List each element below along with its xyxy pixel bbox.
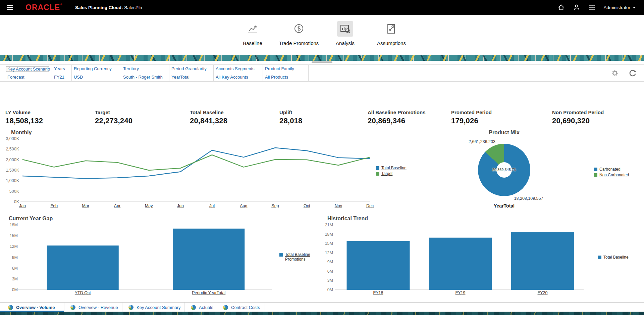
nav-item-baseline[interactable]: Baseline [230, 15, 275, 55]
pov-cell-scenario: Key Account Scenario Forecast [0, 65, 52, 81]
svg-text:Nov: Nov [335, 204, 342, 208]
pie-x-axis-label[interactable]: YearTotal [434, 203, 575, 209]
legend-item[interactable]: Total Baseline [376, 166, 407, 171]
svg-text:3M: 3M [12, 277, 18, 281]
user-icon[interactable] [571, 1, 583, 13]
nav-item-analysis[interactable]: Analysis [323, 15, 367, 55]
svg-text:15M: 15M [10, 233, 18, 238]
kpi-non-promoted-period: Non Promoted Period20,690,320 [552, 109, 604, 125]
kpi-value: 28,018 [279, 117, 303, 125]
nav-item-assumptions[interactable]: Assumptions [369, 15, 414, 55]
hamburger-menu-icon[interactable] [5, 2, 15, 12]
legend-item[interactable]: Carbonated [594, 167, 629, 172]
kpi-all-baseline-promotions: All Baseline Promotions20,869,346 [368, 109, 426, 125]
main-nav: Baseline Trade Promotions Analysis Assum… [0, 15, 644, 55]
slice-value-label: 18,208,109.557 [500, 196, 557, 201]
svg-text:6M: 6M [327, 269, 333, 274]
app-title-bold: Sales Planning Cloud: [75, 5, 123, 10]
pov-dimension-link[interactable]: Reporting Currency [74, 66, 118, 71]
tab-key-account-summary[interactable]: Key Account Summary [122, 303, 185, 312]
legend-item[interactable]: Total Baseline Promotions [279, 253, 315, 262]
kpi-value: 18,508,132 [5, 117, 43, 125]
chevron-down-icon [633, 7, 636, 8]
pov-cell-territory: Territory South - Roger Smith [121, 65, 169, 81]
product-mix-chart: Product Mix 2,661,236.203 20,869,345.76 … [434, 130, 575, 217]
svg-text:500K: 500K [9, 189, 19, 194]
nav-label: Assumptions [377, 40, 406, 46]
svg-text:12M: 12M [10, 244, 18, 249]
pov-dimension-link[interactable]: Key Account Scenario [6, 66, 49, 72]
monthly-legend: Total BaselineTarget [376, 166, 407, 176]
pov-dimension-link[interactable]: Period Granularity [171, 66, 211, 71]
pov-dimension-link[interactable]: Accounts Segments [216, 66, 260, 71]
pov-value-link[interactable]: YearTotal [171, 75, 211, 80]
kpi-label: Uplift [279, 109, 303, 115]
topbar-actions: Administrator [555, 1, 644, 13]
administrator-menu[interactable]: Administrator [601, 5, 638, 10]
legend-label: Total Baseline Promotions [285, 253, 315, 262]
pov-dimension-link[interactable]: Product Family [265, 66, 306, 71]
kpi-value: 20,869,346 [368, 117, 426, 125]
kpi-target: Target22,273,240 [95, 109, 132, 125]
chart-title: Current Year Gap [9, 216, 276, 222]
page: ORACLE® Sales Planning Cloud: SalesPln A… [0, 0, 644, 315]
svg-text:May: May [145, 204, 153, 208]
legend-item[interactable]: Total Baseline [598, 255, 629, 260]
tab-overview-volume[interactable]: Overview - Volume [0, 303, 64, 312]
svg-text:Dec: Dec [366, 204, 374, 208]
settings-gear-icon[interactable] [609, 69, 619, 78]
legend-item[interactable]: Target [376, 172, 407, 176]
tab-label: Overview - Volume [16, 305, 55, 310]
pov-cell-period: Period Granularity YearTotal [169, 65, 214, 81]
tab-contract-costs[interactable]: Contract Costs [217, 303, 265, 312]
svg-text:Periodic YearTotal: Periodic YearTotal [192, 290, 225, 295]
pov-cell-segments: Accounts Segments All Key Accounts [214, 65, 263, 81]
pov-cell-years: Years FY21 [52, 65, 72, 81]
pov-value-link[interactable]: Forecast [7, 75, 49, 80]
svg-text:Jan: Jan [19, 204, 26, 208]
chart-title: Historical Trend [327, 216, 592, 222]
slice-value-label: 2,661,236.203 [453, 139, 511, 144]
svg-text:Mar: Mar [82, 204, 90, 208]
tab-overview-revenue[interactable]: Overview - Revenue [64, 303, 122, 312]
app-title: Sales Planning Cloud: SalesPln [75, 5, 142, 10]
apps-grid-icon[interactable] [586, 1, 598, 13]
nav-label: Analysis [336, 40, 355, 46]
svg-text:FY19: FY19 [455, 290, 466, 295]
current-year-gap-canvas[interactable]: 0M3M6M9M12M15M18MYTD OctPeriodic YearTot… [5, 223, 276, 298]
svg-text:FY18: FY18 [373, 290, 383, 295]
pie-chart-icon [8, 305, 13, 310]
svg-text:Feb: Feb [50, 204, 58, 208]
nav-label: Trade Promotions [279, 40, 319, 46]
pov-value-link[interactable]: South - Roger Smith [123, 75, 166, 80]
legend-label: Target [381, 172, 392, 176]
pov-dimension-link[interactable]: Territory [123, 66, 166, 71]
legend-swatch [594, 173, 597, 177]
home-icon[interactable] [555, 1, 567, 13]
svg-text:12M: 12M [325, 251, 333, 255]
chart-title: Product Mix [434, 130, 575, 136]
pov-value-link[interactable]: FY21 [54, 75, 69, 80]
legend-item[interactable]: Non Carbonated [594, 173, 629, 178]
historical-trend-canvas[interactable]: 0M3M6M9M12M15M18M21MFY18FY19FY20 [322, 223, 592, 298]
collapse-handle[interactable] [312, 61, 332, 63]
refresh-icon[interactable] [627, 69, 636, 78]
pov-value-link[interactable]: All Key Accounts [216, 75, 260, 80]
top-bar: ORACLE® Sales Planning Cloud: SalesPln A… [0, 0, 644, 15]
decorative-banner-strip [0, 55, 644, 61]
kpi-label: Total Baseline [190, 109, 227, 115]
svg-text:21M: 21M [325, 223, 333, 227]
pov-value-link[interactable]: All Products [265, 75, 306, 80]
nav-item-trade-promotions[interactable]: Trade Promotions [277, 15, 321, 55]
legend-swatch [279, 253, 283, 257]
legend-swatch [594, 168, 597, 171]
current-year-gap-chart: Current Year Gap 0M3M6M9M12M15M18MYTD Oc… [5, 216, 276, 298]
baseline-chart-icon [245, 21, 261, 37]
pov-dimension-link[interactable]: Years [54, 66, 69, 71]
tab-actuals[interactable]: Actuals [185, 303, 217, 312]
legend-label: Carbonated [599, 167, 621, 172]
nav-label: Baseline [243, 40, 262, 46]
bottom-decorative-strip [0, 312, 644, 315]
pov-value-link[interactable]: USD [74, 75, 118, 80]
monthly-chart-canvas[interactable]: 0K500K1,000K1,500K2,000K2,500K3,000KJanF… [3, 136, 375, 214]
